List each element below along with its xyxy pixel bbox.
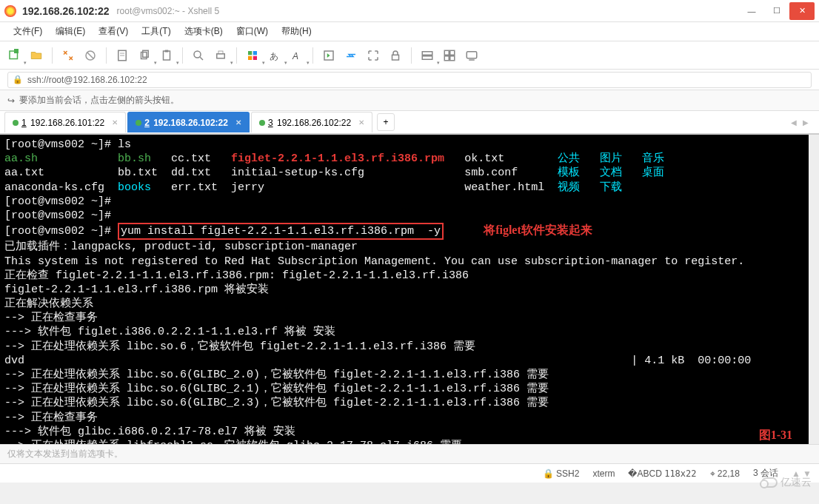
transfer-button[interactable] xyxy=(341,46,361,65)
close-button[interactable]: ✕ xyxy=(789,2,815,20)
tab-close-icon[interactable]: ✕ xyxy=(358,118,364,127)
copy-button[interactable] xyxy=(135,46,154,65)
maximize-button[interactable]: ☐ xyxy=(764,2,789,20)
tab-label: 192.168.26.102:22 xyxy=(153,118,228,128)
layout-horizontal-button[interactable] xyxy=(418,46,437,65)
lock-button[interactable] xyxy=(386,46,405,65)
open-session-button[interactable] xyxy=(27,46,46,65)
svg-rect-8 xyxy=(143,50,149,57)
window-subtitle: root@vms002:~ - Xshell 5 xyxy=(117,6,220,16)
svg-rect-15 xyxy=(248,51,252,55)
encoding-button[interactable]: あ xyxy=(265,46,284,65)
window-buttons: — ☐ ✕ xyxy=(739,2,815,20)
tab-label: 192.168.26.102:22 xyxy=(277,118,351,128)
svg-rect-27 xyxy=(444,56,449,60)
svg-rect-25 xyxy=(444,50,449,55)
add-tab-button[interactable]: + xyxy=(377,113,395,131)
print-button[interactable] xyxy=(211,46,230,65)
svg-text:あ: あ xyxy=(270,50,278,61)
session-tab-2[interactable]: 2 192.168.26.102:22 ✕ xyxy=(127,112,250,132)
hint-text: 要添加当前会话，点击左侧的箭头按钮。 xyxy=(19,94,179,107)
window-title: 192.168.26.102:22 xyxy=(22,5,110,17)
hint-bar: ↪ 要添加当前会话，点击左侧的箭头按钮。 xyxy=(0,90,819,111)
menu-view[interactable]: 查看(V) xyxy=(93,23,134,40)
lock-icon: 🔒 xyxy=(13,75,23,84)
session-tab-3[interactable]: 3 192.168.26.102:22 ✕ xyxy=(251,112,372,132)
svg-rect-1 xyxy=(14,49,19,53)
minimize-button[interactable]: — xyxy=(739,2,764,20)
watermark-icon xyxy=(761,477,778,488)
watermark: 亿速云 xyxy=(761,476,812,489)
menu-tools[interactable]: 工具(T) xyxy=(136,23,176,40)
menubar: 文件(F) 编辑(E) 查看(V) 工具(T) 选项卡(B) 窗口(W) 帮助(… xyxy=(0,22,819,41)
tab-nav: ◀ ▶ xyxy=(791,118,815,127)
address-text: ssh://root@192.168.26.102:22 xyxy=(27,75,147,85)
compose-bar[interactable]: 仅将文本发送到当前选项卡。 xyxy=(0,444,819,463)
status-proto: 🔒 SSH2 xyxy=(543,468,580,479)
status-bar: 🔒 SSH2 xterm �ABCD 118x22 ⌖ 22,18 3 会话 ▲… xyxy=(0,463,819,483)
status-term: xterm xyxy=(592,468,615,479)
font-button[interactable]: A xyxy=(287,46,307,65)
watermark-text: 亿速云 xyxy=(780,476,812,489)
reconnect-button[interactable] xyxy=(58,46,78,65)
session-tab-1[interactable]: 1 192.168.26.101:22 ✕ xyxy=(4,112,126,132)
address-input[interactable]: 🔒 ssh://root@192.168.26.102:22 xyxy=(7,72,812,88)
status-dot-icon xyxy=(259,120,265,126)
find-button[interactable] xyxy=(189,46,208,65)
status-cursor: ⌖ 22,18 xyxy=(710,468,740,479)
status-dot-icon xyxy=(13,120,19,126)
new-session-button[interactable] xyxy=(4,46,24,65)
menu-window[interactable]: 窗口(W) xyxy=(230,23,274,40)
svg-rect-28 xyxy=(450,56,455,60)
run-script-button[interactable] xyxy=(319,46,338,65)
menu-tabs[interactable]: 选项卡(B) xyxy=(178,23,229,40)
menu-file[interactable]: 文件(F) xyxy=(7,23,48,40)
titlebar: 192.168.26.102:22 root@vms002:~ - Xshell… xyxy=(0,0,819,22)
properties-button[interactable] xyxy=(113,46,132,65)
tab-label: 192.168.26.101:22 xyxy=(30,118,104,128)
svg-rect-10 xyxy=(165,50,169,52)
menu-edit[interactable]: 编辑(E) xyxy=(50,23,91,40)
fullscreen-button[interactable] xyxy=(364,46,383,65)
compose-hint: 仅将文本发送到当前选项卡。 xyxy=(7,448,123,460)
layout-grid-button[interactable] xyxy=(440,46,459,65)
svg-text:A: A xyxy=(292,50,298,61)
address-bar: 🔒 ssh://root@192.168.26.102:22 xyxy=(0,70,819,90)
svg-rect-9 xyxy=(164,51,170,60)
compose-bar-button[interactable] xyxy=(462,46,481,65)
menu-help[interactable]: 帮助(H) xyxy=(275,23,318,40)
paste-button[interactable] xyxy=(157,46,176,65)
svg-point-11 xyxy=(194,51,201,58)
status-size: �ABCD 118x22 xyxy=(628,468,696,479)
status-dot-icon xyxy=(136,120,141,126)
tab-bar: 1 192.168.26.101:22 ✕ 2 192.168.26.102:2… xyxy=(0,111,819,135)
scrollbar-thumb[interactable] xyxy=(809,135,819,194)
svg-rect-26 xyxy=(450,50,455,55)
svg-line-3 xyxy=(87,53,93,58)
figure-label: 图1-31 xyxy=(759,428,792,443)
color-scheme-button[interactable] xyxy=(243,46,262,65)
svg-rect-17 xyxy=(248,56,252,59)
svg-line-12 xyxy=(200,57,203,60)
svg-rect-7 xyxy=(141,52,147,58)
tab-close-icon[interactable]: ✕ xyxy=(112,118,118,127)
tab-scroll-left[interactable]: ◀ xyxy=(791,118,797,127)
svg-rect-16 xyxy=(253,51,257,55)
svg-rect-24 xyxy=(422,56,432,59)
app-icon xyxy=(4,5,16,17)
svg-rect-13 xyxy=(217,53,225,58)
tab-scroll-right[interactable]: ▶ xyxy=(803,118,809,127)
svg-rect-29 xyxy=(467,51,477,58)
svg-rect-22 xyxy=(392,55,399,60)
hint-arrow-icon[interactable]: ↪ xyxy=(7,95,15,106)
svg-rect-18 xyxy=(253,56,257,59)
tab-close-icon[interactable]: ✕ xyxy=(235,118,241,127)
disconnect-button[interactable] xyxy=(81,46,100,65)
terminal[interactable]: [root@vms002 ~]# ls aa.sh bb.sh cc.txt f… xyxy=(0,135,819,444)
toolbar: あ A xyxy=(0,41,819,70)
svg-rect-23 xyxy=(422,51,432,55)
